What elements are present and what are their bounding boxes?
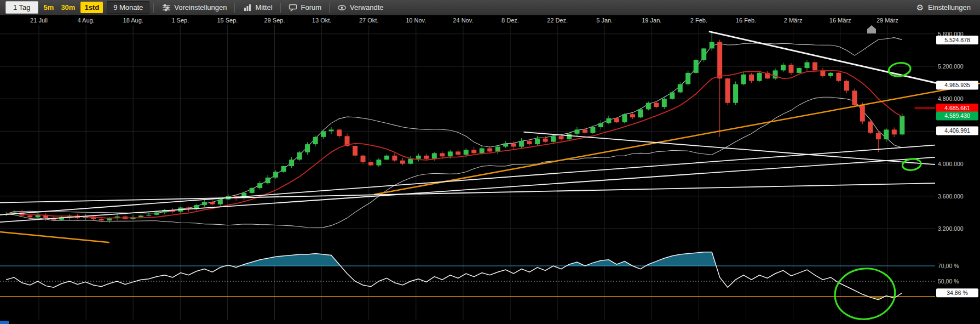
ascending-line-b[interactable] xyxy=(0,157,935,222)
svg-text:4.000.000: 4.000.000 xyxy=(938,161,964,167)
svg-text:15 Sep.: 15 Sep. xyxy=(217,17,238,24)
presets-button[interactable]: Voreinstellungen xyxy=(158,2,230,13)
eye-icon xyxy=(337,3,347,12)
orange-segment-lower-left[interactable] xyxy=(0,232,109,242)
chart-canvas[interactable]: 21 Juli4 Aug.18 Aug.1 Sep.15 Sep.29 Sep.… xyxy=(0,0,980,324)
range-button[interactable]: 9 Monate xyxy=(107,1,149,14)
svg-text:1 Sep.: 1 Sep. xyxy=(171,17,189,24)
toolbar: 1 Tag 5m 30m 1std 9 Monate Voreinstellun… xyxy=(0,0,980,15)
svg-text:2 Feb.: 2 Feb. xyxy=(690,17,707,24)
svg-text:2 März: 2 März xyxy=(784,17,803,24)
toolbar-divider xyxy=(280,3,281,13)
toolbar-divider xyxy=(153,3,154,13)
svg-text:3.600.000: 3.600.000 xyxy=(938,193,964,200)
settings-label: Einstellungen xyxy=(928,3,971,12)
svg-text:24 Nov.: 24 Nov. xyxy=(453,17,473,24)
svg-text:29 März: 29 März xyxy=(877,17,898,24)
svg-text:16 März: 16 März xyxy=(829,17,851,24)
candlestick-series xyxy=(4,31,905,223)
scrollbar-fragment[interactable] xyxy=(0,321,9,324)
svg-text:4.685.661: 4.685.661 xyxy=(944,105,970,111)
indicators-button[interactable]: Mittel xyxy=(239,2,276,13)
svg-text:70,00 %: 70,00 % xyxy=(938,263,959,269)
svg-text:5 Jan.: 5 Jan. xyxy=(596,17,613,24)
svg-text:50,00 %: 50,00 % xyxy=(938,278,959,285)
ascending-support-orange-line[interactable] xyxy=(374,83,980,195)
svg-text:34,86 %: 34,86 % xyxy=(947,289,968,296)
related-button[interactable]: Verwandte xyxy=(333,2,387,13)
svg-text:5.200.000: 5.200.000 xyxy=(938,63,964,70)
svg-text:19 Jan.: 19 Jan. xyxy=(642,17,661,24)
svg-text:27 Okt.: 27 Okt. xyxy=(359,17,378,24)
rsi-pane xyxy=(0,252,935,300)
svg-text:10 Nov.: 10 Nov. xyxy=(406,17,426,24)
forum-label: Forum xyxy=(301,3,322,12)
toolbar-divider xyxy=(329,3,330,13)
speech-bubble-icon xyxy=(289,3,298,12)
indicators-label: Mittel xyxy=(255,3,272,12)
price-plot xyxy=(4,31,905,228)
svg-text:13 Okt.: 13 Okt. xyxy=(312,17,331,24)
svg-text:4.589.430: 4.589.430 xyxy=(944,112,970,119)
ascending-line-c[interactable] xyxy=(0,183,935,203)
svg-text:8 Dez.: 8 Dez. xyxy=(501,17,519,24)
sliders-icon xyxy=(162,3,171,12)
svg-text:16 Feb.: 16 Feb. xyxy=(736,17,756,24)
band-upper xyxy=(6,38,902,214)
band-lower xyxy=(6,97,902,228)
svg-text:21 Juli: 21 Juli xyxy=(30,17,48,24)
svg-text:18 Aug.: 18 Aug. xyxy=(123,17,143,24)
timeframe-button[interactable]: 1 Tag xyxy=(5,1,38,14)
toolbar-divider xyxy=(234,3,235,13)
price-axis-labels: 5.600.0005.200.0004.800.0004.000.0003.60… xyxy=(938,31,964,285)
svg-text:4 Aug.: 4 Aug. xyxy=(77,17,94,24)
forum-button[interactable]: Forum xyxy=(285,2,326,13)
svg-text:4.965.935: 4.965.935 xyxy=(944,82,970,88)
related-label: Verwandte xyxy=(350,3,383,12)
annotation-circles xyxy=(832,61,921,323)
svg-text:5.524.878: 5.524.878 xyxy=(944,37,970,43)
gear-icon: ⚙ xyxy=(915,3,925,12)
svg-text:4.406.991: 4.406.991 xyxy=(944,127,970,134)
interval-30m-button[interactable]: 30m xyxy=(59,2,77,13)
trendlines[interactable] xyxy=(0,31,980,242)
gridlines xyxy=(0,25,935,320)
svg-text:4.800.000: 4.800.000 xyxy=(938,95,964,102)
settings-button[interactable]: ⚙ Einstellungen xyxy=(912,2,975,13)
svg-text:29 Sep.: 29 Sep. xyxy=(264,17,285,24)
svg-text:3.200.000: 3.200.000 xyxy=(938,225,964,232)
marker-icon[interactable] xyxy=(867,25,876,33)
green-circle-rsi xyxy=(832,265,898,323)
interval-1std-button[interactable]: 1std xyxy=(80,2,103,13)
trading-app-window: 1 Tag 5m 30m 1std 9 Monate Voreinstellun… xyxy=(0,0,980,324)
descending-line-d[interactable] xyxy=(524,132,936,164)
rsi-line xyxy=(6,252,902,300)
presets-label: Voreinstellungen xyxy=(174,3,227,12)
interval-5m-button[interactable]: 5m xyxy=(42,2,56,13)
date-axis: 21 Juli4 Aug.18 Aug.1 Sep.15 Sep.29 Sep.… xyxy=(30,17,898,24)
bar-chart-icon xyxy=(243,3,252,12)
svg-text:22 Dez.: 22 Dez. xyxy=(547,17,568,24)
